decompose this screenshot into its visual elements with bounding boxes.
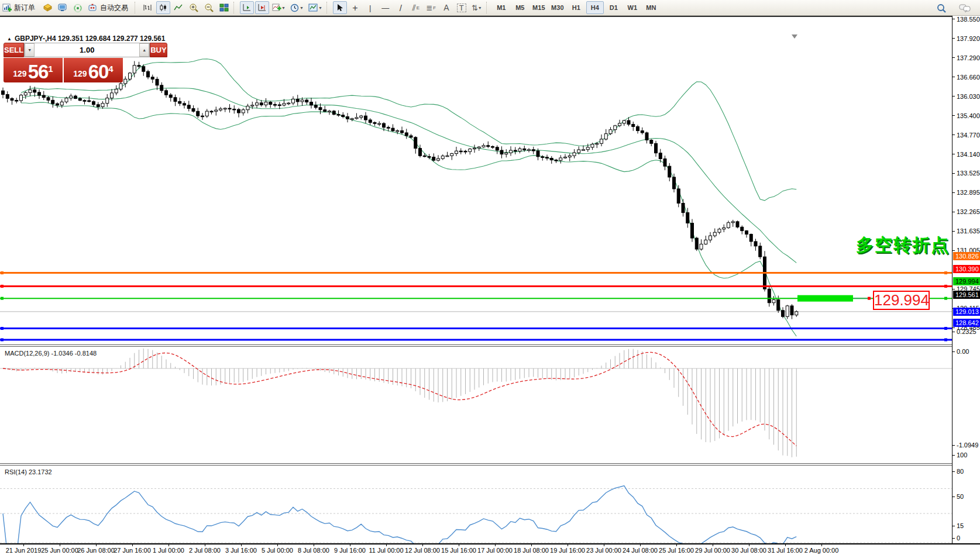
new-chart-button[interactable]	[40, 1, 54, 14]
highlight-zone[interactable]	[797, 295, 853, 302]
templates-button[interactable]: ▼	[307, 1, 324, 14]
channel-icon: ⫽	[412, 4, 416, 12]
chart-shift-button[interactable]	[255, 1, 269, 14]
timeframe-button-M15[interactable]: M15	[530, 1, 548, 14]
buy-price[interactable]: 129 60 4	[64, 58, 123, 82]
buy-price-point: 4	[108, 59, 113, 79]
price-tick-mark	[953, 96, 955, 96]
macd-tick-label: -1.0949	[957, 442, 978, 449]
rsi-tick-label: 100	[957, 451, 967, 459]
price-tick-mark	[953, 328, 955, 328]
indicators-button[interactable]: ▼	[270, 1, 287, 14]
chart-shift-icon	[257, 4, 267, 12]
fibonacci-icon: ≣	[426, 4, 432, 12]
auto-scroll-button[interactable]	[240, 1, 254, 14]
zoom-in-button[interactable]	[187, 1, 201, 14]
price-callout-box[interactable]: 129.994	[873, 291, 930, 310]
price-tick-label: 135.400	[957, 112, 980, 119]
price-tick-mark	[953, 135, 955, 135]
vertical-line-button[interactable]: |	[363, 1, 377, 14]
timeframe-button-MN[interactable]: MN	[642, 1, 660, 14]
macd-tick-mark	[953, 332, 955, 332]
new-order-button[interactable]: 新订单	[1, 1, 39, 14]
price-level-chip-129.994: 129.994	[953, 277, 980, 285]
macd-tick-mark	[953, 351, 955, 352]
volume-up-button[interactable]: ▲	[139, 43, 149, 57]
timeframe-button-W1[interactable]: W1	[624, 1, 641, 14]
time-tick-mark	[713, 544, 713, 546]
candlestick-chart-button[interactable]	[156, 1, 170, 14]
line-chart-icon	[174, 4, 183, 12]
timeframe-button-M30[interactable]: M30	[549, 1, 566, 14]
search-button[interactable]	[934, 2, 948, 15]
price-tick-label: 138.550	[957, 16, 980, 23]
line-chart-button[interactable]	[171, 1, 185, 14]
buy-price-figure: 129	[73, 67, 87, 81]
volume-spinner: ▼ ▲	[24, 43, 150, 57]
metaeditor-button[interactable]	[56, 1, 70, 14]
timeframe-button-M1[interactable]: M1	[493, 1, 510, 14]
time-tick-mark	[132, 544, 133, 546]
chart-shift-marker[interactable]	[792, 35, 797, 39]
price-tick-label: 136.030	[957, 93, 980, 100]
time-tick-mark	[785, 544, 786, 546]
price-tick-label: 131.635	[957, 227, 980, 235]
timeframe-group: M1M5M15M30H1H4D1W1MN	[492, 1, 661, 14]
bar-chart-button[interactable]	[141, 1, 155, 14]
chat-button[interactable]	[957, 2, 972, 15]
zoom-out-button[interactable]	[202, 1, 216, 14]
time-axis[interactable]: 21 Jun 201925 Jun 00:0026 Jun 08:0027 Ju…	[0, 543, 980, 555]
price-tick-label: 137.290	[957, 54, 980, 61]
chart-canvas	[0, 33, 952, 555]
turning-point-annotation[interactable]: 多空转折点	[856, 233, 950, 257]
chevron-down-icon: ▼	[318, 4, 322, 12]
horizontal-line-button[interactable]: —	[379, 1, 393, 14]
cursor-button[interactable]	[333, 1, 347, 14]
price-level-chip-129.013: 129.013	[953, 308, 980, 316]
text-button[interactable]: A	[439, 1, 453, 14]
sell-price[interactable]: 129 56 1	[4, 58, 63, 82]
trendline-icon: /	[400, 4, 402, 12]
chevron-down-icon: ▼	[281, 4, 286, 12]
arrows-button[interactable]: ⇅ ▼	[470, 1, 484, 14]
text-label-button[interactable]: T	[455, 1, 469, 14]
periods-button[interactable]: ▼	[288, 1, 305, 14]
price-tick-mark	[953, 57, 955, 58]
chevron-down-icon: ▼	[478, 4, 482, 12]
price-tick-label: 132.265	[957, 208, 980, 215]
timeframe-button-M5[interactable]: M5	[511, 1, 529, 14]
signals-button[interactable]	[71, 1, 85, 14]
sell-price-point: 1	[48, 59, 53, 79]
rsi-tick-mark	[953, 497, 955, 497]
rsi-tick-label: 50	[957, 493, 964, 500]
one-click-trading-panel: SELL ▼ ▲ BUY 129 56 1 129 60 4	[4, 43, 123, 82]
time-tick-mark	[604, 544, 604, 546]
timeframe-button-H4[interactable]: H4	[586, 1, 604, 14]
toolbar-separator	[135, 2, 139, 13]
vertical-line-icon: |	[369, 4, 371, 12]
sell-price-figure: 129	[13, 67, 26, 81]
time-tick-mark	[821, 544, 822, 546]
volume-down-button[interactable]: ▼	[25, 43, 35, 57]
trendline-button[interactable]: /	[394, 1, 408, 14]
price-tick-mark	[953, 154, 955, 154]
volume-input[interactable]	[35, 43, 139, 57]
buy-button[interactable]: BUY	[150, 43, 167, 57]
tile-windows-button[interactable]	[217, 1, 231, 14]
price-tick-mark	[953, 173, 955, 174]
collapse-trade-panel-arrow[interactable]: ▲	[7, 36, 12, 42]
fibonacci-button[interactable]: ≣F	[424, 1, 438, 14]
timeframe-button-H1[interactable]: H1	[568, 1, 585, 14]
price-tick-mark	[953, 115, 955, 116]
channel-button[interactable]: ⫽E	[409, 1, 423, 14]
price-axis[interactable]: 138.550137.920137.290136.660136.030135.4…	[952, 16, 980, 544]
autotrading-button[interactable]: 自动交易	[86, 1, 132, 14]
timeframe-button-D1[interactable]: D1	[605, 1, 623, 14]
text-label-icon: T	[457, 4, 466, 12]
pane-separator-macd[interactable]	[0, 344, 952, 347]
toolbar-separator	[233, 2, 238, 13]
sell-button[interactable]: SELL	[4, 43, 24, 57]
horizontal-line-icon: —	[381, 4, 389, 12]
crosshair-button[interactable]: +	[348, 1, 362, 14]
pane-separator-rsi[interactable]	[0, 463, 952, 466]
